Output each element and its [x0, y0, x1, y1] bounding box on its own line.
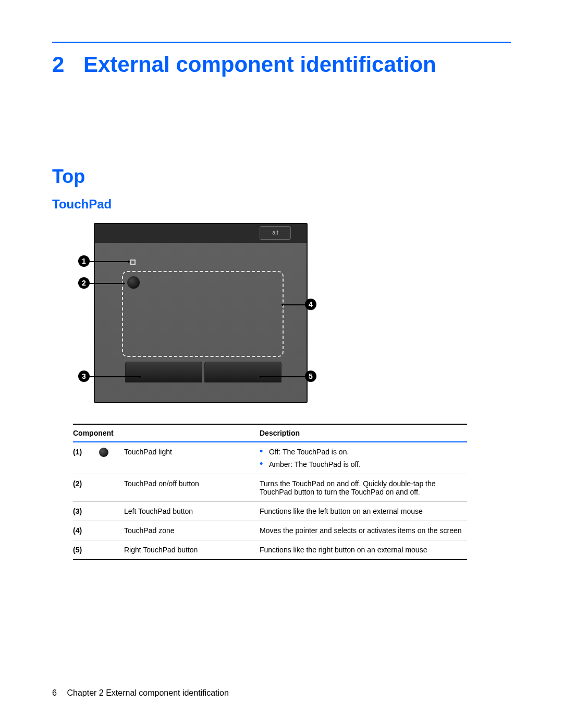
row-component: Left TouchPad button — [124, 507, 260, 515]
chapter-title: External component identification — [83, 52, 436, 77]
subsection-heading: TouchPad — [52, 197, 511, 212]
table-row: (1) TouchPad light Off: The TouchPad is … — [73, 442, 467, 474]
row-id: (2) — [73, 479, 99, 488]
callout-2: 2 — [78, 277, 90, 289]
table-row: (3) Left TouchPad button Functions like … — [73, 502, 467, 521]
touchpad-buttons — [125, 362, 282, 382]
row-description: Functions like the right button on an ex… — [260, 546, 467, 554]
touchpad-light-icon — [130, 260, 136, 265]
callout-3: 3 — [78, 371, 90, 382]
bullet-item: Amber: The TouchPad is off. — [260, 460, 467, 468]
table-row: (4) TouchPad zone Moves the pointer and … — [73, 521, 467, 540]
row-component: TouchPad zone — [124, 526, 260, 535]
touchpad-light-dot-icon — [99, 448, 108, 457]
callout-1: 1 — [78, 255, 90, 267]
row-component: Right TouchPad button — [124, 546, 260, 554]
chapter-number: 2 — [52, 52, 83, 77]
top-rule — [52, 42, 511, 43]
left-touchpad-button-icon — [125, 362, 202, 382]
right-touchpad-button-icon — [204, 362, 282, 382]
row-description: Turns the TouchPad on and off. Quickly d… — [260, 479, 467, 496]
header-component: Component — [124, 429, 260, 437]
header-description: Description — [260, 429, 467, 437]
row-description: Off: The TouchPad is on. Amber: The Touc… — [260, 448, 467, 468]
touchpad-zone-outline — [122, 271, 284, 357]
table-header: Component Description — [73, 425, 467, 442]
touchpad-diagram-container: alt 1 2 3 4 5 — [73, 223, 511, 403]
table-row: (5) Right TouchPad button Functions like… — [73, 540, 467, 560]
page-number: 6 — [52, 688, 65, 698]
bullet-item: Off: The TouchPad is on. — [260, 448, 467, 456]
page-footer: 6 Chapter 2 External component identific… — [52, 688, 229, 698]
row-id: (5) — [73, 546, 99, 554]
callout-5: 5 — [305, 371, 316, 382]
row-id: (4) — [73, 526, 99, 535]
row-id: (1) — [73, 448, 99, 456]
component-table: Component Description (1) TouchPad light… — [73, 424, 467, 560]
row-description: Moves the pointer and selects or activat… — [260, 526, 467, 535]
footer-text: Chapter 2 External component identificat… — [67, 688, 228, 697]
touchpad-diagram: alt 1 2 3 4 5 — [73, 223, 313, 403]
row-id: (3) — [73, 507, 99, 515]
row-component: TouchPad light — [124, 448, 260, 456]
row-icon-cell — [99, 448, 124, 457]
row-description: Functions like the left button on an ext… — [260, 507, 467, 515]
table-row: (2) TouchPad on/off button Turns the Tou… — [73, 474, 467, 502]
section-heading: Top — [52, 166, 511, 188]
alt-key: alt — [260, 226, 291, 240]
row-component: TouchPad on/off button — [124, 479, 260, 488]
callout-4: 4 — [305, 299, 316, 310]
keyboard-strip: alt — [95, 224, 307, 243]
chapter-heading: 2External component identification — [52, 52, 511, 77]
